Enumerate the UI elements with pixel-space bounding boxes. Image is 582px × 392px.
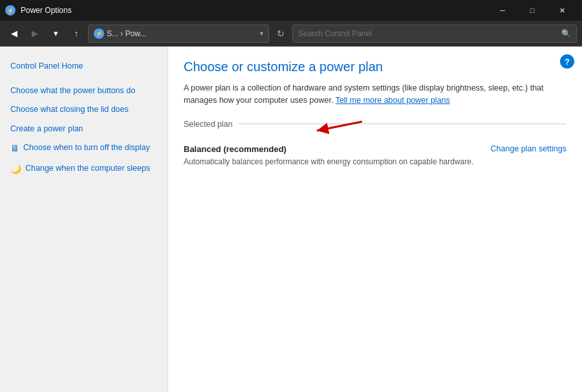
sidebar-item-power-buttons[interactable]: Choose what the power buttons do	[0, 82, 167, 101]
sidebar-item-turn-off-display[interactable]: 🖥 Choose when to turn off the display	[0, 138, 167, 159]
address-chevron: ▾	[260, 30, 263, 37]
search-box[interactable]: 🔍	[292, 25, 577, 43]
page-description: A power plan is a collection of hardware…	[184, 82, 559, 107]
forward-button[interactable]: ▶	[26, 25, 44, 43]
sidebar-item-create-plan[interactable]: Create a power plan	[0, 120, 167, 139]
plan-name: Balanced (recommended)	[184, 144, 286, 154]
learn-more-link[interactable]: Tell me more about power plans	[336, 96, 450, 105]
titlebar: ⚡ Power Options ─ □ ✕	[0, 0, 582, 21]
plan-card: Balanced (recommended) Change plan setti…	[184, 139, 566, 173]
dropdown-button[interactable]: ▾	[47, 25, 65, 43]
maximize-button[interactable]: □	[517, 0, 547, 21]
section-label: Selected plan	[184, 120, 233, 129]
window-controls: ─ □ ✕	[488, 0, 577, 21]
content-area: ? Choose or customize a power plan A pow…	[168, 47, 582, 392]
app-icon: ⚡	[5, 5, 16, 16]
sidebar: Control Panel Home Choose what the power…	[0, 47, 168, 392]
monitor-icon: 🖥	[10, 142, 19, 155]
sidebar-item-sleep[interactable]: 🌙 Change when the computer sleeps	[0, 159, 167, 180]
search-input[interactable]	[298, 29, 557, 38]
main-window: Control Panel Home Choose what the power…	[0, 47, 582, 392]
sidebar-home-label: Control Panel Home	[10, 61, 83, 72]
sidebar-create-plan-label: Create a power plan	[10, 124, 83, 135]
address-icon: ⚡	[94, 28, 104, 39]
divider-line	[238, 124, 566, 124]
page-title: Choose or customize a power plan	[184, 60, 566, 74]
minimize-button[interactable]: ─	[488, 0, 517, 21]
refresh-button[interactable]: ↻	[272, 25, 290, 43]
change-plan-link[interactable]: Change plan settings	[491, 144, 566, 153]
up-button[interactable]: ↑	[67, 25, 85, 43]
section-divider: Selected plan	[184, 120, 566, 129]
addressbar: ◀ ▶ ▾ ↑ ⚡ S... › Pow... ▾ ↻ 🔍	[0, 21, 582, 47]
sidebar-lid-label: Choose what closing the lid does	[10, 104, 129, 116]
titlebar-title: Power Options	[21, 6, 488, 15]
back-button[interactable]: ◀	[5, 25, 23, 43]
sidebar-item-lid[interactable]: Choose what closing the lid does	[0, 100, 167, 120]
plan-description: Automatically balances performance with …	[184, 157, 566, 168]
search-icon: 🔍	[561, 29, 571, 38]
sidebar-turn-off-display-label: Choose when to turn off the display	[23, 142, 150, 154]
help-button[interactable]: ?	[560, 54, 574, 69]
sidebar-sleep-label: Change when the computer sleeps	[25, 163, 150, 175]
sidebar-item-home[interactable]: Control Panel Home	[0, 57, 167, 76]
address-text: S... › Pow...	[107, 29, 146, 38]
sidebar-power-buttons-label: Choose what the power buttons do	[10, 85, 135, 97]
moon-icon: 🌙	[10, 163, 21, 176]
close-button[interactable]: ✕	[547, 0, 577, 21]
address-box[interactable]: ⚡ S... › Pow... ▾	[88, 25, 269, 43]
plan-header: Balanced (recommended) Change plan setti…	[184, 144, 566, 157]
